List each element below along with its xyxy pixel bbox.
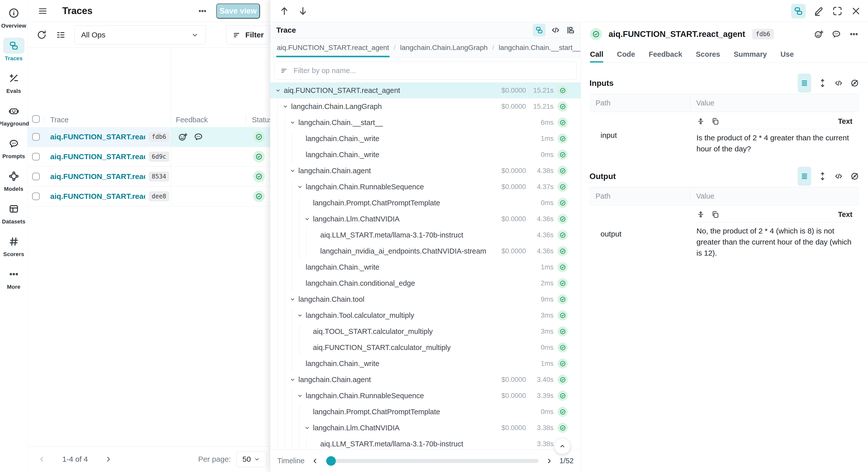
copy-icon[interactable] [711, 210, 719, 219]
tree-row[interactable]: langchain.Chain.agent $0.0000 4.38s [270, 163, 581, 179]
chevron-down-icon[interactable] [289, 376, 296, 383]
tree-row[interactable]: langchain.Chain.agent $0.0000 3.40s [270, 372, 581, 388]
tree-row[interactable]: langchain.Chain.tool 9ms [270, 291, 581, 307]
tree-row[interactable]: aiq.LLM_START.meta/llama-3.1-70b-instruc… [270, 227, 581, 243]
table-row[interactable]: aiq.FUNCTION_START.react... 8534 [28, 167, 270, 187]
chevron-down-icon[interactable] [297, 184, 303, 190]
sidebar-item-models[interactable]: Models [0, 168, 27, 192]
breadcrumb-item[interactable]: aiq.FUNCTION_START.react_agent [276, 38, 390, 57]
collapse-icon[interactable] [696, 210, 705, 219]
sidebar-item-more[interactable]: More [0, 266, 27, 290]
column-header-trace[interactable]: Trace [50, 116, 68, 124]
fullscreen-icon[interactable] [832, 5, 843, 17]
tree-row[interactable]: langchain.Chain.__start__ 6ms [270, 115, 581, 131]
hide-icon[interactable] [850, 78, 860, 88]
call-id-badge[interactable]: fdb6 [752, 29, 774, 39]
tab-feedback[interactable]: Feedback [649, 46, 682, 63]
expanded-view-toggle[interactable] [798, 167, 811, 186]
chevron-down-icon[interactable] [289, 296, 296, 303]
tree-row[interactable]: langchain.Tool.calculator_multiply 3ms [270, 307, 581, 323]
table-row[interactable]: aiq.FUNCTION_START.react... dee8 [28, 187, 270, 207]
table-row[interactable]: aiq.FUNCTION_START.react... 6d9c [28, 147, 270, 167]
trace-link[interactable]: aiq.FUNCTION_START.react... [50, 132, 145, 141]
breadcrumb-item[interactable]: langchain.Chain.LangGraph [400, 38, 488, 57]
sidebar-item-traces[interactable]: Traces [0, 38, 27, 62]
tree-row[interactable]: langchain.Chain.conditional_edge 2ms [270, 275, 581, 291]
code-view-icon[interactable] [551, 25, 561, 35]
tab-code[interactable]: Code [617, 46, 635, 63]
chevron-down-icon[interactable] [304, 216, 310, 222]
tree-row[interactable]: langchain.Chain.RunnableSequence $0.0000… [270, 388, 581, 404]
code-view-icon[interactable] [834, 171, 843, 181]
tab-summary[interactable]: Summary [734, 46, 767, 63]
trace-link[interactable]: aiq.FUNCTION_START.react... [50, 172, 145, 181]
tree-row[interactable]: langchain.Chain.RunnableSequence $0.0000… [270, 179, 581, 195]
column-header-feedback[interactable]: Feedback [176, 116, 208, 124]
row-checkbox[interactable] [32, 193, 40, 200]
sidebar-item-overview[interactable]: Overview [0, 5, 27, 29]
tree-row[interactable]: langchain.Chain._write 1ms [270, 131, 581, 147]
chevron-down-icon[interactable] [297, 392, 303, 399]
breadcrumb-item[interactable]: langchain.Chain.__start__ [498, 38, 581, 57]
flame-graph-view-icon[interactable] [566, 25, 576, 35]
comment-icon[interactable] [831, 29, 841, 39]
hide-icon[interactable] [850, 171, 860, 181]
tab-use[interactable]: Use [780, 46, 794, 63]
tree-row[interactable]: langchain.Chain._write 1ms [270, 259, 581, 275]
more-options-icon[interactable] [849, 29, 859, 39]
expand-rows-icon[interactable] [818, 171, 827, 181]
tree-row[interactable]: langchain.Chain._write 0ms [270, 147, 581, 163]
tab-call[interactable]: Call [590, 46, 603, 63]
timeline-next-icon[interactable] [545, 457, 553, 465]
trace-view-toggle[interactable] [791, 4, 806, 18]
tree-row[interactable]: langchain.Prompt.ChatPromptTemplate 0ms [270, 404, 581, 420]
trace-link[interactable]: aiq.FUNCTION_START.react... [50, 192, 145, 200]
chevron-down-icon[interactable] [282, 103, 288, 110]
chevron-down-icon[interactable] [304, 424, 310, 431]
tree-row[interactable]: langchain.Llm.ChatNVIDIA $0.0000 4.36s [270, 211, 581, 227]
tree-row[interactable]: langchain.Prompt.ChatPromptTemplate 0ms [270, 195, 581, 211]
code-view-icon[interactable] [834, 78, 843, 88]
timeline-slider[interactable] [326, 459, 538, 463]
sidebar-item-evals[interactable]: Evals [0, 70, 27, 94]
select-all-checkbox[interactable] [32, 115, 40, 123]
refresh-icon[interactable] [36, 29, 47, 40]
row-checkbox[interactable] [32, 173, 40, 180]
sidebar-item-scorers[interactable]: Scorers [0, 233, 27, 258]
tree-row[interactable]: langchain_nvidia_ai_endpoints.ChatNVIDIA… [270, 243, 581, 259]
tree-row[interactable]: aiq.FUNCTION_START.react_agent $0.0000 1… [270, 82, 581, 98]
column-manager-icon[interactable] [55, 29, 66, 40]
tree-view-toggle[interactable] [533, 24, 546, 36]
tree-row[interactable]: langchain.Chain.LangGraph $0.0000 15.21s [270, 98, 581, 115]
timeline-prev-icon[interactable] [311, 457, 319, 465]
tree-row[interactable]: aiq.FUNCTION_START.calculator_multiply 0… [270, 340, 581, 355]
value-format-label[interactable]: Text [838, 117, 852, 126]
timeline-slider-knob[interactable] [326, 456, 336, 466]
comment-icon[interactable] [193, 132, 204, 142]
expand-rows-icon[interactable] [818, 78, 827, 88]
tree-row[interactable]: langchain.Llm.ChatNVIDIA $0.0000 3.38s [270, 420, 581, 436]
per-page-select[interactable]: 50 [236, 451, 267, 467]
op-filter-input[interactable] [293, 66, 571, 75]
expanded-view-toggle[interactable] [798, 73, 811, 93]
chevron-down-icon[interactable] [297, 312, 303, 319]
column-header-status[interactable]: Status [252, 116, 273, 124]
emoji-plus-icon[interactable] [178, 132, 188, 142]
row-checkbox[interactable] [32, 133, 40, 140]
close-icon[interactable] [850, 5, 862, 17]
overflow-menu-icon[interactable] [198, 6, 207, 16]
sidebar-item-playground[interactable]: Playground [0, 103, 27, 127]
next-page-icon[interactable] [104, 455, 113, 464]
add-reaction-icon[interactable] [814, 29, 824, 39]
sidebar-item-datasets[interactable]: Datasets [0, 201, 27, 225]
copy-icon[interactable] [711, 117, 719, 126]
prev-page-icon[interactable] [38, 455, 46, 464]
chevron-down-icon[interactable] [289, 167, 296, 174]
scroll-to-top-button[interactable] [554, 438, 570, 454]
table-row[interactable]: aiq.FUNCTION_START.react... fdb6 [28, 127, 270, 147]
sidebar-item-prompts[interactable]: Prompts [0, 135, 27, 160]
filter-button[interactable]: Filter [226, 25, 270, 44]
collapse-icon[interactable] [696, 117, 705, 126]
menu-icon[interactable] [38, 6, 48, 16]
tree-row[interactable]: langchain.Chain._write 1ms [270, 355, 581, 372]
